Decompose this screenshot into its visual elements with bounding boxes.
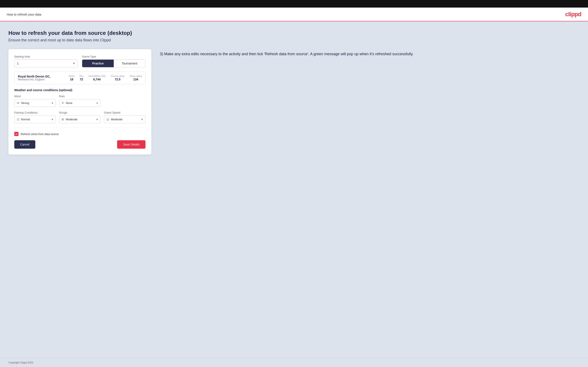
header: How to refresh your data clippd	[0, 8, 588, 21]
wind-label: Wind	[14, 95, 56, 98]
stat-yards: Yards/White (M)) 6,744	[88, 75, 105, 81]
starting-hole-group: Starting Hole 1 ▼	[14, 55, 78, 67]
tournament-button[interactable]: Tournament	[114, 60, 145, 67]
rough-group: Rough ⊕ Moderate ▼	[59, 111, 101, 123]
holes-label: Holes	[69, 75, 75, 77]
starting-hole-label: Starting Hole	[14, 55, 78, 58]
course-rating-value: 72.5	[111, 78, 124, 81]
rain-select[interactable]: ✳ None ▼	[59, 99, 101, 107]
holes-value: 18	[69, 78, 75, 81]
starting-hole-select-wrapper: 1 ▼	[14, 59, 78, 67]
rough-arrow-icon: ▼	[96, 118, 98, 121]
par-label: Par	[80, 75, 83, 77]
rough-label: Rough	[59, 111, 101, 114]
page-subheading: Ensure the correct and most up to date d…	[9, 38, 579, 42]
green-speed-arrow-icon: ▼	[141, 118, 143, 121]
game-type-toggle: Practice Tournament	[82, 59, 146, 67]
fairway-arrow-icon: ▼	[51, 118, 53, 121]
stat-par: Par 72	[80, 75, 83, 81]
rain-group: Rain ✳ None ▼	[59, 95, 101, 107]
slope-rating-value: 134	[130, 78, 142, 81]
green-speed-icon: ◎	[106, 117, 109, 121]
fairway-rough-green-row: Fairway Conditions ⊙ Normal ▼ Rough ⊕ Mo…	[14, 111, 146, 123]
rain-value: None	[66, 101, 93, 105]
rain-arrow-icon: ▼	[96, 102, 98, 104]
green-speed-group: Green Speed ◎ Moderate ▼	[104, 111, 146, 123]
slope-rating-label: Slope rating	[130, 75, 142, 77]
refresh-label: Refresh shots from data source	[21, 133, 59, 136]
content-area: Starting Hole 1 ▼ Game Type Practice Tou…	[9, 49, 579, 155]
course-location: Westward Ho!, England	[18, 78, 51, 81]
course-stats: Holes 18 Par 72 Yards/White (M)) 6,744 C…	[69, 75, 142, 81]
divider	[14, 127, 146, 128]
hole-gametype-row: Starting Hole 1 ▼ Game Type Practice Tou…	[14, 55, 146, 67]
par-value: 72	[80, 78, 83, 81]
wind-value: Strong	[21, 101, 48, 105]
footer: Copyright Clippd 2022	[0, 358, 588, 367]
fairway-group: Fairway Conditions ⊙ Normal ▼	[14, 111, 56, 123]
card: Starting Hole 1 ▼ Game Type Practice Tou…	[9, 49, 151, 155]
yards-label: Yards/White (M))	[88, 75, 105, 77]
side-note-text: 3) Make any extra edits necessary to the…	[160, 51, 579, 57]
wind-icon: ≋	[17, 101, 19, 105]
fairway-select[interactable]: ⊙ Normal ▼	[14, 116, 56, 123]
rain-label: Rain	[59, 95, 101, 98]
header-title: How to refresh your data	[7, 13, 41, 16]
course-name: Royal North Devon GC,	[18, 75, 51, 78]
conditions-section-title: Weather and course conditions (optional)	[14, 88, 146, 92]
rough-value: Moderate	[66, 118, 93, 121]
yards-value: 6,744	[88, 78, 105, 81]
fairway-value: Normal	[21, 118, 48, 121]
save-button[interactable]: Save Details	[117, 140, 146, 149]
refresh-checkbox[interactable]	[14, 132, 18, 136]
course-rating-label: Course rating	[111, 75, 124, 77]
logo: clippd	[565, 11, 581, 18]
rain-icon: ✳	[61, 101, 64, 105]
practice-button[interactable]: Practice	[82, 60, 114, 67]
page-heading: How to refresh your data from source (de…	[9, 30, 579, 36]
wind-select[interactable]: ≋ Strong ▼	[14, 99, 56, 107]
top-bar	[0, 0, 588, 8]
copyright-text: Copyright Clippd 2022	[9, 361, 34, 364]
rough-icon: ⊕	[61, 117, 64, 121]
stat-course-rating: Course rating 72.5	[111, 75, 124, 81]
wind-rain-row: Wind ≋ Strong ▼ Rain ✳ None ▼	[14, 95, 146, 107]
starting-hole-select[interactable]: 1	[14, 59, 78, 67]
rain-spacer	[104, 95, 146, 107]
stat-holes: Holes 18	[69, 75, 75, 81]
green-speed-value: Moderate	[111, 118, 138, 121]
game-type-group: Game Type Practice Tournament	[82, 55, 146, 67]
course-details: Royal North Devon GC, Westward Ho!, Engl…	[18, 75, 51, 81]
button-row: Cancel Save Details	[14, 140, 146, 149]
course-info-row: Royal North Devon GC, Westward Ho!, Engl…	[14, 72, 146, 84]
green-speed-select[interactable]: ◎ Moderate ▼	[104, 116, 146, 123]
fairway-icon: ⊙	[17, 117, 19, 121]
stat-slope-rating: Slope rating 134	[130, 75, 142, 81]
side-note: 3) Make any extra edits necessary to the…	[160, 49, 579, 57]
wind-arrow-icon: ▼	[51, 102, 53, 104]
wind-group: Wind ≋ Strong ▼	[14, 95, 56, 107]
game-type-label: Game Type	[82, 55, 146, 58]
cancel-button[interactable]: Cancel	[14, 140, 35, 149]
main-content: How to refresh your data from source (de…	[0, 21, 588, 358]
fairway-label: Fairway Conditions	[14, 111, 56, 114]
refresh-checkbox-row: Refresh shots from data source	[14, 132, 146, 136]
rough-select[interactable]: ⊕ Moderate ▼	[59, 116, 101, 123]
green-speed-label: Green Speed	[104, 111, 146, 114]
